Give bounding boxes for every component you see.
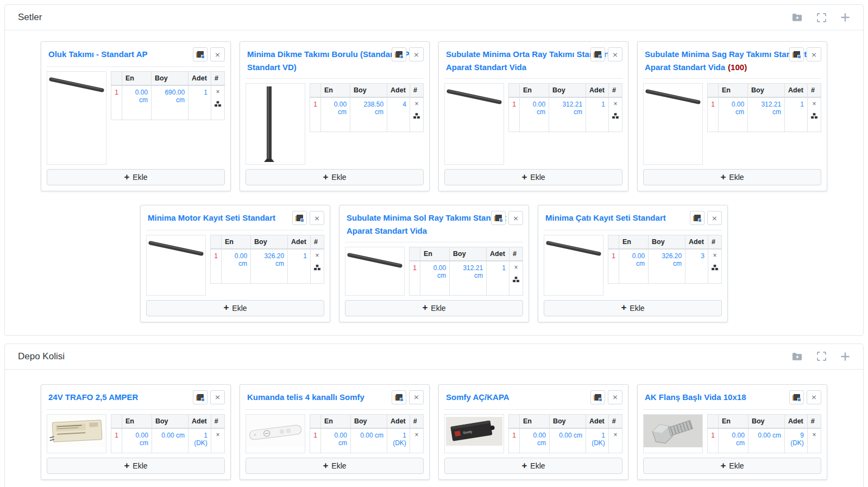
boy-value: 312.21 cm (450, 261, 487, 295)
card-header: Subulate Minima Sol Ray Takımı Standart … (345, 211, 523, 242)
note-button[interactable] (392, 47, 406, 61)
en-value: 0.00 cm (619, 249, 648, 283)
add-button[interactable]: + Ekle (444, 458, 622, 474)
add-button[interactable]: + Ekle (444, 169, 622, 185)
close-icon: × (811, 394, 817, 401)
add-button[interactable]: + Ekle (246, 169, 424, 185)
add-button[interactable]: + Ekle (345, 300, 523, 316)
row-delete-button[interactable]: × (216, 88, 219, 96)
note-button[interactable] (193, 390, 207, 404)
cubes-button[interactable] (214, 101, 222, 108)
plus-icon: + (621, 303, 626, 312)
boy-value: 0.00 cm (748, 428, 784, 453)
card-close-button[interactable]: × (707, 211, 722, 225)
folder-plus-button[interactable] (792, 352, 803, 361)
card-close-button[interactable]: × (508, 211, 523, 225)
row-delete-button[interactable]: × (812, 100, 816, 108)
row-delete-button[interactable]: × (315, 252, 319, 259)
dimensions-table: En Boy Adet # 1 0.00 cm 326.20 cm 1 × (210, 235, 324, 284)
col-header-adet: Adet (387, 414, 410, 428)
card-close-button[interactable]: × (409, 390, 424, 404)
add-button[interactable]: + Ekle (146, 300, 324, 316)
card-title-text: Subulate Minima Sol Ray Takımı Standart … (347, 213, 506, 235)
card-close-button[interactable]: × (807, 390, 821, 404)
col-header-boy: Boy (649, 235, 685, 249)
note-button[interactable] (590, 47, 605, 61)
plus-icon (840, 13, 850, 22)
folder-plus-button[interactable] (792, 13, 803, 22)
add-section-button[interactable] (840, 13, 850, 22)
row-delete-button[interactable]: × (414, 431, 418, 439)
col-header-boy: Boy (748, 84, 785, 98)
diagonal-rail-graphic (544, 235, 603, 267)
add-button[interactable]: + Ekle (643, 458, 821, 474)
add-button[interactable]: + Ekle (643, 169, 821, 185)
note-button[interactable] (789, 47, 804, 61)
section-depo-kolisi: Depo Kolisi (4, 344, 864, 487)
cubes-button[interactable] (313, 264, 321, 271)
card-close-button[interactable]: × (608, 47, 622, 61)
add-button[interactable]: + Ekle (47, 458, 225, 474)
row-delete-button[interactable]: × (414, 100, 418, 108)
card-body: En Boy Adet # 1 0.00 cm 326.20 cm 1 × (146, 235, 324, 296)
fullscreen-button[interactable] (817, 352, 826, 361)
row-delete-button[interactable]: × (514, 264, 518, 271)
note-button[interactable] (789, 390, 804, 404)
row-number: 1 (111, 428, 122, 453)
note-button[interactable] (193, 47, 207, 61)
dimensions-table: En Boy Adet # 1 0.00 cm 326.20 cm 3 × (608, 235, 722, 284)
col-header-adet: Adet (188, 72, 211, 86)
card-close-button[interactable]: × (608, 390, 622, 404)
note-button[interactable] (491, 211, 506, 225)
note-button[interactable] (292, 211, 307, 225)
fullscreen-button[interactable] (817, 13, 826, 22)
add-button[interactable]: + Ekle (544, 300, 722, 316)
note-icon (297, 215, 303, 221)
note-button[interactable] (590, 390, 605, 404)
note-icon (694, 215, 701, 221)
add-section-button[interactable] (840, 352, 850, 361)
cubes-button[interactable] (612, 113, 619, 120)
card-header: Subulate Minima Sag Ray Takımı Standart … (643, 47, 821, 79)
card-close-button[interactable]: × (210, 47, 225, 61)
add-button[interactable]: + Ekle (47, 169, 225, 185)
col-header-en: En (122, 414, 152, 428)
en-value: 0.00 cm (320, 428, 350, 453)
card-close-button[interactable]: × (210, 390, 225, 404)
product-card: Subulate Minima Orta Ray Takımı Standart… (438, 41, 628, 191)
product-image (47, 71, 106, 165)
product-card: Subulate Minima Sol Ray Takımı Standart … (339, 205, 529, 322)
boy-value: 0.00 cm (350, 428, 387, 453)
note-icon (495, 215, 502, 221)
row-delete-button[interactable]: × (713, 252, 716, 259)
product-card: 24V TRAFO 2,5 AMPER × En Boy Adet # (41, 384, 231, 480)
cubes-button[interactable] (810, 113, 818, 120)
card-actions: × (690, 211, 722, 225)
row-delete-button[interactable]: × (216, 431, 219, 439)
row-delete-button[interactable]: × (613, 100, 617, 108)
note-button[interactable] (690, 211, 705, 225)
adet-value: 3 (685, 249, 708, 283)
row-number: 1 (410, 261, 420, 295)
card-close-button[interactable]: × (409, 47, 424, 61)
row-number: 1 (708, 428, 719, 453)
product-image (246, 414, 305, 454)
col-header-en: En (619, 235, 648, 249)
col-header-ops: # (211, 72, 224, 86)
card-close-button[interactable]: × (310, 211, 324, 225)
dimensions-table: En Boy Adet # 1 0.00 cm 312.21 cm 1 × (409, 247, 523, 296)
adet-value: 1 (785, 97, 808, 132)
col-header-boy: Boy (549, 84, 586, 98)
cubes-button[interactable] (413, 113, 420, 120)
cubes-button[interactable] (512, 276, 520, 283)
cubes-button[interactable] (711, 264, 719, 271)
product-image (544, 235, 603, 296)
adet-value: 1 (586, 97, 609, 132)
card-close-button[interactable]: × (807, 47, 821, 61)
row-delete-button[interactable]: × (613, 431, 617, 439)
note-button[interactable] (392, 390, 406, 404)
col-header-boy: Boy (152, 72, 188, 86)
row-delete-button[interactable]: × (812, 431, 816, 439)
add-button[interactable]: + Ekle (246, 458, 424, 474)
add-button-label: Ekle (232, 304, 247, 313)
